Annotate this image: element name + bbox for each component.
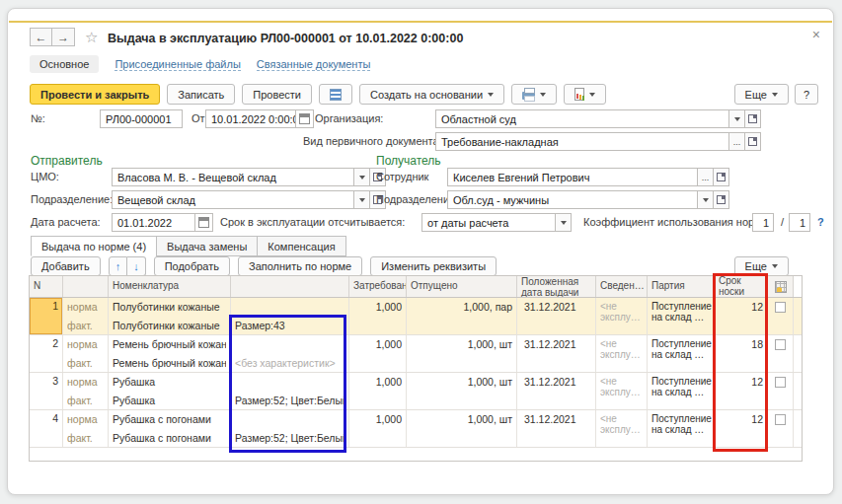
cell-n[interactable]: 4 xyxy=(30,410,63,447)
organization-field[interactable]: Областной суд xyxy=(435,109,761,128)
sender-dept-value[interactable]: Вещевой склад xyxy=(112,190,354,209)
primary-doc-field[interactable]: Требование-накладная ... xyxy=(435,132,761,151)
cell-nomenclature[interactable]: Полуботинки кожаные Полуботинки кожаные xyxy=(109,298,231,334)
receiver-dept-value[interactable]: Обл.суд - мужчины xyxy=(447,190,698,209)
cell-due-date[interactable]: 31.12.2021 xyxy=(517,410,596,447)
cell-info[interactable]: <не эксплу… xyxy=(596,335,648,372)
cell-nomenclature[interactable]: Рубашка с погонами Рубашка с погонами xyxy=(109,410,231,447)
coef-numerator-field[interactable]: 1 xyxy=(752,213,774,232)
link-attached-files[interactable]: Присоединенные файлы xyxy=(115,58,240,71)
col-header-requested[interactable]: Затребовано xyxy=(349,276,407,297)
col-header-info[interactable]: Сведен… xyxy=(596,276,648,297)
cell-n[interactable]: 1 xyxy=(30,298,63,334)
col-header-n[interactable]: N xyxy=(30,276,63,297)
cell-issued[interactable]: 1,000, шт xyxy=(407,335,517,372)
cell-nomenclature[interactable]: Ремень брючный кожаный Ремень брючный ко… xyxy=(109,335,231,372)
open-button[interactable] xyxy=(714,168,729,186)
organization-value[interactable]: Областной суд xyxy=(435,109,729,128)
col-header-wear-term[interactable]: Срок носки xyxy=(715,276,768,297)
calendar-button[interactable] xyxy=(195,213,213,232)
move-up-button[interactable]: ↑ xyxy=(109,256,128,276)
cell-wear-term[interactable]: 12 xyxy=(715,298,768,334)
col-header-flags[interactable] xyxy=(768,276,794,297)
fill-by-norm-button[interactable]: Заполнить по норме xyxy=(238,256,362,276)
open-button[interactable] xyxy=(745,109,761,128)
post-and-close-button[interactable]: Провести и закрыть xyxy=(30,84,160,105)
cell-due-date[interactable]: 31.12.2021 xyxy=(517,298,596,334)
cell-characteristic[interactable]: <без характеристик> xyxy=(231,335,349,372)
term-value[interactable]: от даты расчета xyxy=(421,213,556,232)
help-button[interactable]: ? xyxy=(795,84,818,105)
calc-date-value[interactable]: 01.01.2022 xyxy=(112,213,195,232)
cell-info[interactable]: <не эксплу… xyxy=(596,298,648,334)
pick-button[interactable]: Подобрать xyxy=(154,256,230,276)
cell-wear-term[interactable]: 12 xyxy=(715,410,768,447)
cmo-field[interactable]: Власова М. В. - Вещевой склад xyxy=(112,168,386,186)
number-value[interactable]: РЛ00-000001 xyxy=(100,109,183,128)
tab-issue-by-norm[interactable]: Выдача по норме (4) xyxy=(31,236,157,256)
post-button[interactable]: Провести xyxy=(242,84,312,105)
cell-characteristic[interactable]: Размер:43 xyxy=(231,298,349,334)
col-header-batch[interactable]: Партия xyxy=(648,276,715,297)
receiver-dept-field[interactable]: Обл.суд - мужчины xyxy=(447,190,729,209)
primary-doc-value[interactable]: Требование-накладная xyxy=(435,132,729,151)
table-more-button[interactable]: Еще xyxy=(734,256,789,276)
cell-characteristic[interactable]: Размер:52; Цвет:Белый… xyxy=(231,410,349,447)
cell-kind[interactable]: норма факт. xyxy=(63,410,109,447)
row-checkbox[interactable] xyxy=(775,414,786,425)
tab-main[interactable]: Основное xyxy=(30,55,99,73)
col-header-characteristic[interactable] xyxy=(231,276,349,297)
more-button[interactable]: Еще xyxy=(734,84,789,105)
choose-button[interactable]: ... xyxy=(729,132,745,151)
calc-date-field[interactable]: 01.01.2022 xyxy=(112,213,213,232)
cell-n[interactable]: 2 xyxy=(30,335,63,372)
reports-button[interactable] xyxy=(564,84,606,105)
row-checkbox[interactable] xyxy=(775,302,786,313)
cell-kind[interactable]: норма факт. xyxy=(63,373,109,409)
tab-replacement-issue[interactable]: Выдача замены xyxy=(156,236,258,256)
cell-batch[interactable]: Поступление на склад … xyxy=(648,335,715,372)
forward-button[interactable]: → xyxy=(52,28,75,46)
dropdown-button[interactable] xyxy=(698,190,714,209)
cmo-value[interactable]: Власова М. В. - Вещевой склад xyxy=(112,168,354,186)
back-button[interactable]: ← xyxy=(30,28,52,46)
cell-kind[interactable]: норма факт. xyxy=(63,298,109,334)
card-file-button[interactable] xyxy=(319,84,352,105)
dropdown-button[interactable] xyxy=(354,168,370,186)
cell-wear-term[interactable]: 12 xyxy=(715,373,768,409)
cell-characteristic[interactable]: Размер:52; Цвет:Белый… xyxy=(231,373,349,409)
cell-n[interactable]: 3 xyxy=(30,373,63,409)
favorite-star-icon[interactable]: ☆ xyxy=(85,29,98,46)
dropdown-button[interactable] xyxy=(556,213,572,232)
col-header-kind[interactable] xyxy=(63,276,109,297)
cell-kind[interactable]: норма факт. xyxy=(63,335,109,372)
sender-dept-field[interactable]: Вещевой склад xyxy=(112,190,386,209)
choose-button[interactable]: ... xyxy=(698,168,714,186)
dropdown-button[interactable] xyxy=(729,109,745,128)
number-field[interactable]: РЛ00-000001 xyxy=(100,109,183,128)
col-header-issued[interactable]: Отпущено xyxy=(407,276,517,297)
cell-requested[interactable]: 1,000 xyxy=(349,373,407,409)
cell-issued[interactable]: 1,000, шт xyxy=(407,373,517,409)
row-checkbox[interactable] xyxy=(775,377,786,388)
cell-nomenclature[interactable]: Рубашка Рубашка xyxy=(109,373,231,409)
cell-batch[interactable]: Поступление на склад … xyxy=(648,298,715,334)
close-icon[interactable]: × xyxy=(812,27,820,42)
cell-due-date[interactable]: 31.12.2021 xyxy=(517,373,596,409)
cell-issued[interactable]: 1,000, пар xyxy=(407,298,517,334)
tab-compensation[interactable]: Компенсация xyxy=(257,236,345,256)
cell-info[interactable]: <не эксплу… xyxy=(596,373,648,409)
cell-due-date[interactable]: 31.12.2021 xyxy=(517,335,596,372)
dropdown-button[interactable] xyxy=(354,190,370,209)
cell-batch[interactable]: Поступление на склад … xyxy=(648,373,715,409)
employee-field[interactable]: Киселев Евгений Петрович ... xyxy=(447,168,729,186)
date-value[interactable]: 10.01.2022 0:00:00 xyxy=(205,109,296,128)
col-header-nomenclature[interactable]: Номенклатура xyxy=(109,276,231,297)
term-field[interactable]: от даты расчета xyxy=(421,213,572,232)
link-related-documents[interactable]: Связанные документы xyxy=(257,58,371,71)
print-button[interactable] xyxy=(511,84,557,105)
move-down-button[interactable]: ↓ xyxy=(127,256,146,276)
cell-wear-term[interactable]: 18 xyxy=(715,335,768,372)
date-field[interactable]: 10.01.2022 0:00:00 xyxy=(205,109,314,128)
cell-issued[interactable]: 1,000, шт xyxy=(407,410,517,447)
